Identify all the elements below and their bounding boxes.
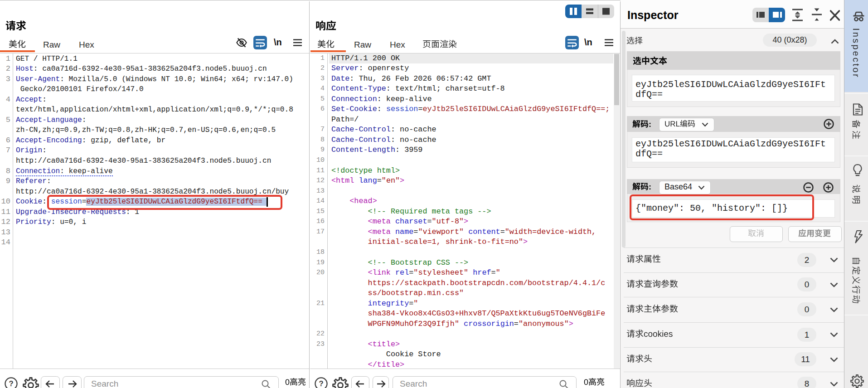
svg-text:?: ? [9, 379, 13, 388]
svg-text:?: ? [319, 379, 323, 388]
